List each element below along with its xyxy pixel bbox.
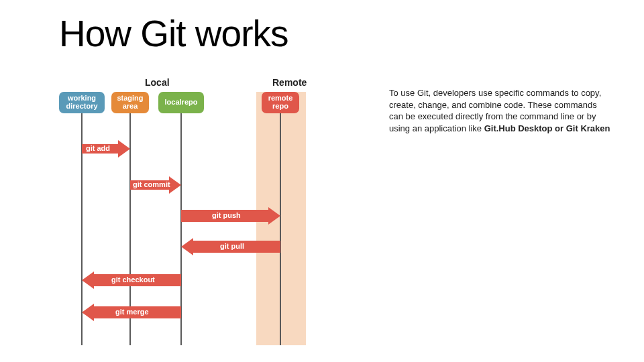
arrow-label: git add bbox=[86, 144, 110, 152]
lane-remote-repo bbox=[280, 113, 281, 345]
pill-remote-repo: remote repo bbox=[262, 92, 299, 113]
arrow-git-commit: git commit bbox=[130, 176, 181, 194]
arrow-git-add: git add bbox=[82, 140, 130, 158]
arrow-git-merge: git merge bbox=[82, 304, 181, 321]
section-remote-label: Remote bbox=[272, 77, 307, 88]
description-bold: Git.Hub Desktop or Git Kraken bbox=[484, 123, 610, 133]
pill-working-directory: working directory bbox=[59, 92, 105, 113]
pill-local-repo: localrepo bbox=[158, 92, 204, 113]
pill-staging-area: staging area bbox=[111, 92, 149, 113]
arrow-git-pull: git pull bbox=[181, 238, 280, 255]
arrow-git-push: git push bbox=[181, 207, 280, 225]
description-paragraph: To use Git, developers use specific comm… bbox=[389, 87, 610, 134]
arrow-label: git pull bbox=[220, 242, 244, 250]
arrow-label: git merge bbox=[115, 308, 149, 316]
arrow-label: git checkout bbox=[111, 276, 155, 284]
section-local-label: Local bbox=[145, 77, 170, 88]
page-title: How Git works bbox=[59, 12, 288, 55]
git-flow-diagram: Local Remote working directory staging a… bbox=[59, 77, 333, 352]
arrow-git-checkout: git checkout bbox=[82, 272, 181, 289]
arrow-label: git push bbox=[212, 211, 241, 219]
arrow-label: git commit bbox=[133, 180, 170, 188]
